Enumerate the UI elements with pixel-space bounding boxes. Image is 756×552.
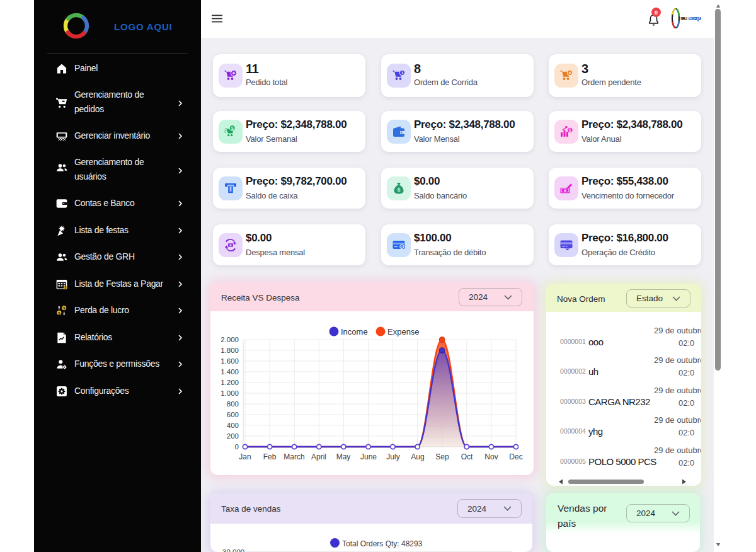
svg-text:1.000: 1.000 [220,389,239,397]
svg-text:$: $ [397,187,400,193]
svg-text:SEU: SEU [680,16,687,21]
svg-text:LOGO AQUI: LOGO AQUI [689,16,702,21]
svg-text:May: May [336,452,351,461]
svg-text:1.800: 1.800 [220,347,239,354]
svg-text:Expense: Expense [387,327,420,336]
svg-text:Sep: Sep [435,452,449,461]
svg-text:$: $ [64,285,66,289]
svg-text:Dec: Dec [509,452,522,461]
svg-text:March: March [284,452,304,461]
svg-text:June: June [360,452,377,461]
svg-text:Aug: Aug [411,452,424,461]
svg-text:Income: Income [341,327,368,336]
svg-text:Nov: Nov [484,452,498,461]
svg-text:0: 0 [235,443,239,451]
svg-text:$: $ [63,306,66,310]
svg-text:800: 800 [227,400,239,408]
svg-text:$: $ [58,311,60,315]
svg-text:1.400: 1.400 [220,368,239,376]
svg-text:400: 400 [227,422,239,429]
svg-text:Feb: Feb [263,452,277,461]
svg-text:200: 200 [227,432,239,440]
svg-text:$: $ [569,127,572,133]
svg-text:July: July [386,452,399,461]
svg-text:Oct: Oct [461,452,473,461]
svg-text:2.000: 2.000 [220,336,239,343]
svg-text:April: April [311,452,326,461]
svg-text:1.600: 1.600 [220,357,239,365]
svg-text:Jan: Jan [239,452,251,461]
svg-text:1.200: 1.200 [220,379,239,386]
svg-text:600: 600 [227,411,239,418]
